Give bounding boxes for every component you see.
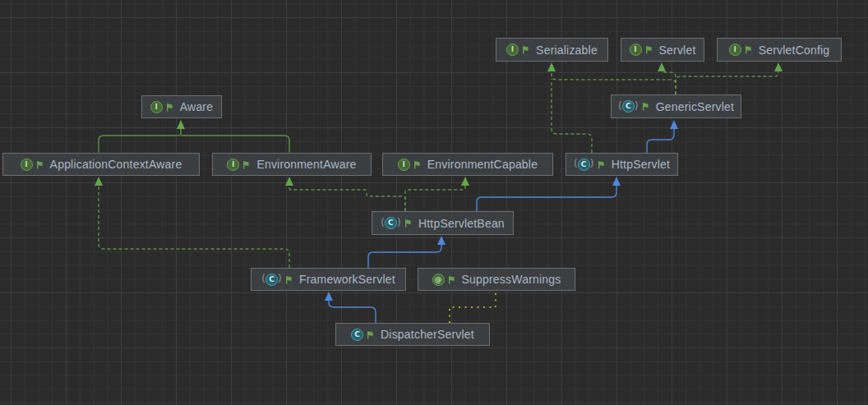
node-label: EnvironmentAware	[256, 158, 356, 171]
node-label: FrameworkServlet	[299, 273, 395, 286]
flag-icon	[644, 45, 653, 54]
node-icons: (C)	[574, 159, 605, 171]
node-icons: @	[432, 274, 455, 286]
edge-http-servlet-bean-implements-environment-capable	[405, 186, 465, 211]
interface-icon: I	[398, 159, 410, 171]
node-icons: I	[227, 159, 250, 171]
node-label: Aware	[180, 100, 213, 113]
edge-application-context-aware-interface-extends-aware	[99, 129, 181, 153]
interface-icon: I	[630, 44, 642, 56]
flag-icon	[242, 160, 250, 169]
edge-dispatcher-servlet-annotation-suppress-warnings	[450, 292, 496, 323]
flag-icon	[404, 219, 412, 228]
flag-icon	[413, 160, 421, 169]
arrowhead-implements-into-environment-aware	[285, 177, 293, 186]
edge-http-servlet-implements-serializable	[552, 79, 592, 153]
uml-diagram-canvas[interactable]: ISerializableIServletIServletConfigIAwar…	[0, 0, 868, 405]
arrowhead-implements-into-servlet	[658, 62, 666, 71]
flag-icon	[165, 103, 173, 112]
node-icons: C	[351, 329, 374, 341]
arrowhead-extends-into-http-servlet-bean	[437, 236, 446, 245]
node-generic-servlet[interactable]: (C)GenericServlet	[611, 94, 741, 118]
node-label: HttpServlet	[612, 158, 670, 171]
node-framework-servlet[interactable]: (C)FrameworkServlet	[251, 268, 406, 291]
node-label: HttpServletBean	[418, 217, 505, 230]
edge-http-servlet-bean-extends-http-servlet	[477, 186, 616, 211]
node-label: Servlet	[659, 44, 696, 57]
arrowhead-extends-into-generic-servlet	[670, 120, 678, 129]
node-label: ApplicationContextAware	[50, 158, 182, 171]
flag-icon	[35, 160, 44, 169]
node-icons: I	[630, 44, 653, 56]
flag-icon	[744, 45, 752, 54]
arrowhead-implements-into-environment-capable	[461, 177, 469, 186]
node-icons: (C)	[381, 217, 412, 229]
abstract-class-icon: (C)	[618, 100, 639, 113]
edge-generic-servlet-implements-servlet-config	[676, 71, 778, 94]
node-icons: I	[21, 159, 44, 171]
arrowhead-implements-into-serializable	[547, 62, 556, 71]
node-icons: I	[398, 159, 421, 171]
node-label: EnvironmentCapable	[427, 158, 538, 171]
flag-icon	[521, 45, 529, 54]
node-environment-capable[interactable]: IEnvironmentCapable	[382, 153, 553, 176]
node-application-context-aware[interactable]: IApplicationContextAware	[2, 153, 200, 176]
node-label: GenericServlet	[656, 100, 734, 113]
flag-icon	[366, 330, 374, 339]
node-icons: (C)	[618, 100, 649, 113]
node-icons: I	[506, 44, 529, 56]
arrowhead-extends-into-http-servlet	[612, 177, 621, 186]
edge-generic-servlet-implements-serializable	[552, 71, 676, 94]
class-icon: C	[351, 329, 363, 341]
node-label: ServletConfig	[759, 44, 830, 57]
node-icons: I	[729, 44, 752, 56]
node-suppress-warnings[interactable]: @SuppressWarnings	[418, 268, 575, 291]
interface-icon: I	[21, 159, 33, 171]
node-http-servlet-bean[interactable]: (C)HttpServletBean	[372, 211, 514, 235]
arrowhead-interface-extends-into-aware	[177, 120, 185, 129]
flag-icon	[597, 160, 605, 169]
abstract-class-icon: (C)	[381, 217, 401, 229]
interface-icon: I	[729, 44, 741, 56]
interface-icon: I	[506, 44, 519, 56]
node-icons: I	[150, 101, 173, 113]
abstract-class-icon: (C)	[261, 274, 282, 286]
node-label: SuppressWarnings	[462, 273, 561, 286]
arrowhead-implements-into-application-context-aware	[95, 177, 103, 186]
node-servlet-config[interactable]: IServletConfig	[717, 38, 842, 62]
edge-framework-servlet-extends-http-servlet-bean	[368, 245, 441, 268]
edge-http-servlet-bean-implements-environment-aware	[289, 186, 405, 211]
node-dispatcher-servlet[interactable]: CDispatcherServlet	[335, 323, 490, 346]
edge-http-servlet-extends-generic-servlet	[647, 129, 674, 153]
flag-icon	[641, 102, 649, 111]
interface-icon: I	[227, 159, 239, 171]
interface-icon: I	[150, 101, 163, 113]
node-aware[interactable]: IAware	[141, 95, 222, 118]
node-label: Serializable	[536, 44, 598, 57]
abstract-class-icon: (C)	[574, 159, 594, 171]
arrowhead-extends-into-framework-servlet	[325, 292, 333, 301]
edge-framework-servlet-implements-application-context-aware	[99, 186, 289, 268]
node-label: DispatcherServlet	[381, 328, 474, 341]
node-serializable[interactable]: ISerializable	[496, 38, 608, 62]
flag-icon	[447, 275, 455, 284]
edge-environment-aware-interface-extends-aware	[181, 136, 289, 153]
edge-dispatcher-servlet-extends-framework-servlet	[329, 301, 376, 323]
flag-icon	[284, 275, 293, 284]
edge-generic-servlet-implements-servlet	[662, 71, 676, 94]
node-servlet[interactable]: IServlet	[621, 38, 704, 62]
node-environment-aware[interactable]: IEnvironmentAware	[212, 153, 372, 176]
node-icons: (C)	[261, 274, 293, 286]
annotation-icon: @	[432, 274, 445, 286]
node-http-servlet[interactable]: (C)HttpServlet	[566, 153, 678, 176]
arrowhead-implements-into-servlet-config	[774, 62, 783, 71]
